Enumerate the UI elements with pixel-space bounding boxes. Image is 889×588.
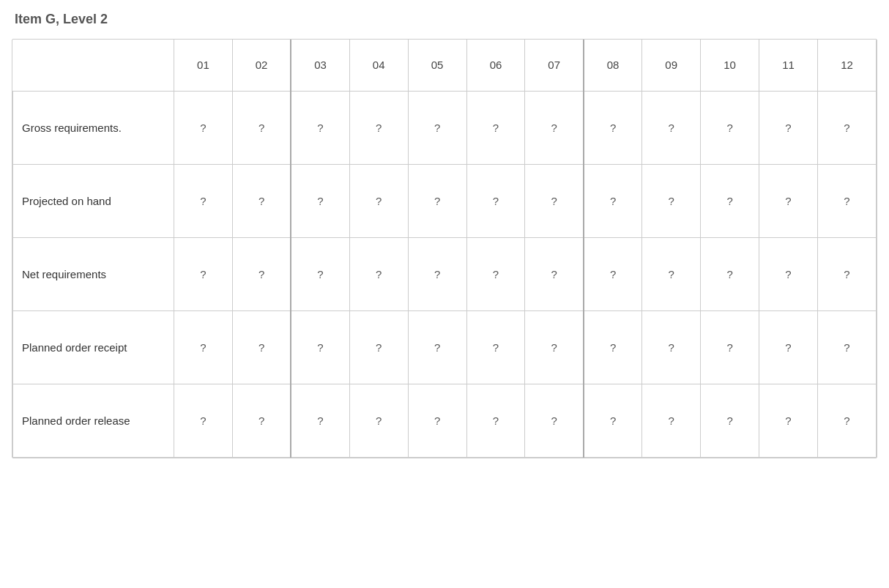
header-col-06: 06 [466, 40, 525, 91]
cell-r1-c9: ? [701, 164, 759, 237]
table-row: Planned order receipt???????????? [13, 310, 877, 384]
header-col-01: 01 [174, 40, 233, 91]
cell-r0-c9: ? [701, 91, 759, 164]
cell-r0-c8: ? [642, 91, 701, 164]
cell-r3-c11: ? [817, 310, 876, 384]
cell-r4-c2: ? [291, 384, 349, 457]
page-title: Item G, Level 2 [12, 12, 877, 27]
cell-r2-c7: ? [584, 237, 642, 310]
cell-r2-c10: ? [759, 237, 818, 310]
header-label-cell [13, 40, 174, 91]
cell-r1-c10: ? [759, 164, 818, 237]
cell-r1-c3: ? [349, 164, 408, 237]
cell-r4-c11: ? [817, 384, 876, 457]
cell-r0-c0: ? [174, 91, 233, 164]
cell-r3-c8: ? [642, 310, 701, 384]
cell-r0-c4: ? [408, 91, 466, 164]
row-label-1: Projected on hand [13, 164, 174, 237]
header-col-02: 02 [232, 40, 291, 91]
cell-r3-c10: ? [759, 310, 818, 384]
header-col-12: 12 [817, 40, 876, 91]
cell-r1-c0: ? [174, 164, 233, 237]
cell-r3-c0: ? [174, 310, 233, 384]
cell-r4-c8: ? [642, 384, 701, 457]
cell-r4-c10: ? [759, 384, 818, 457]
cell-r0-c2: ? [291, 91, 349, 164]
cell-r1-c7: ? [584, 164, 642, 237]
header-col-07: 07 [525, 40, 584, 91]
cell-r2-c6: ? [525, 237, 584, 310]
cell-r1-c1: ? [232, 164, 291, 237]
cell-r4-c3: ? [349, 384, 408, 457]
cell-r0-c7: ? [584, 91, 642, 164]
cell-r3-c6: ? [525, 310, 584, 384]
cell-r3-c7: ? [584, 310, 642, 384]
cell-r4-c5: ? [466, 384, 525, 457]
header-col-11: 11 [759, 40, 818, 91]
cell-r4-c0: ? [174, 384, 233, 457]
cell-r3-c3: ? [349, 310, 408, 384]
cell-r0-c3: ? [349, 91, 408, 164]
cell-r2-c11: ? [817, 237, 876, 310]
cell-r2-c8: ? [642, 237, 701, 310]
header-col-03: 03 [291, 40, 349, 91]
cell-r2-c5: ? [466, 237, 525, 310]
cell-r4-c1: ? [232, 384, 291, 457]
table-row: Planned order release???????????? [13, 384, 877, 457]
cell-r2-c1: ? [232, 237, 291, 310]
cell-r1-c8: ? [642, 164, 701, 237]
table-row: Gross requirements.???????????? [13, 91, 877, 164]
header-col-09: 09 [642, 40, 701, 91]
row-label-0: Gross requirements. [13, 91, 174, 164]
cell-r0-c6: ? [525, 91, 584, 164]
cell-r1-c2: ? [291, 164, 349, 237]
table-row: Net requirements???????????? [13, 237, 877, 310]
cell-r1-c6: ? [525, 164, 584, 237]
cell-r4-c6: ? [525, 384, 584, 457]
cell-r4-c7: ? [584, 384, 642, 457]
cell-r4-c9: ? [701, 384, 759, 457]
cell-r2-c4: ? [408, 237, 466, 310]
cell-r2-c9: ? [701, 237, 759, 310]
row-label-2: Net requirements [13, 237, 174, 310]
cell-r0-c1: ? [232, 91, 291, 164]
cell-r1-c5: ? [466, 164, 525, 237]
header-col-08: 08 [584, 40, 642, 91]
cell-r3-c2: ? [291, 310, 349, 384]
cell-r2-c0: ? [174, 237, 233, 310]
header-col-04: 04 [349, 40, 408, 91]
cell-r3-c4: ? [408, 310, 466, 384]
cell-r1-c11: ? [817, 164, 876, 237]
header-col-05: 05 [408, 40, 466, 91]
row-label-3: Planned order receipt [13, 310, 174, 384]
cell-r0-c10: ? [759, 91, 818, 164]
cell-r3-c5: ? [466, 310, 525, 384]
cell-r0-c5: ? [466, 91, 525, 164]
cell-r3-c9: ? [701, 310, 759, 384]
cell-r4-c4: ? [408, 384, 466, 457]
cell-r2-c3: ? [349, 237, 408, 310]
cell-r1-c4: ? [408, 164, 466, 237]
header-col-10: 10 [701, 40, 759, 91]
table-row: Projected on hand???????????? [13, 164, 877, 237]
mrp-table: 010203040506070809101112 Gross requireme… [12, 39, 877, 458]
row-label-4: Planned order release [13, 384, 174, 457]
cell-r3-c1: ? [232, 310, 291, 384]
cell-r0-c11: ? [817, 91, 876, 164]
cell-r2-c2: ? [291, 237, 349, 310]
